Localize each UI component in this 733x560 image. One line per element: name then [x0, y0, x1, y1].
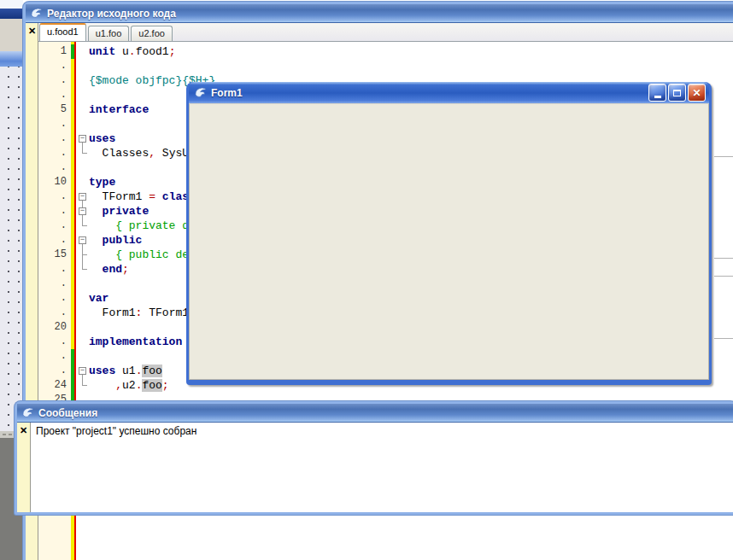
gutter-dot: .	[38, 262, 69, 277]
close-icon: ✕	[692, 88, 701, 98]
code-token: food1	[136, 45, 169, 58]
background-line	[714, 156, 733, 157]
code-token: Classes	[89, 147, 149, 160]
source-editor-title: Редактор исходного кода	[47, 8, 176, 20]
gutter-dot: .	[38, 204, 69, 219]
gutter-dot: .	[38, 277, 69, 291]
gutter-dot: .	[38, 364, 69, 378]
gutter-dot: .	[38, 335, 69, 349]
source-editor-titlebar[interactable]: Редактор исходного кода	[26, 4, 733, 23]
form1-titlebar[interactable]: Form1 ✕	[189, 82, 709, 103]
minimize-button[interactable]	[648, 84, 666, 102]
backdrop-panel-fragment	[0, 19, 23, 51]
gutter-line-number: 10	[38, 175, 69, 190]
fold-range-line	[82, 244, 83, 269]
lazarus-icon	[194, 86, 207, 99]
code-token: ;	[162, 379, 169, 392]
fold-range-end	[82, 269, 87, 270]
editor-close-button[interactable]: ✕	[26, 26, 38, 37]
code-line[interactable]: unit u.food1;	[76, 44, 733, 59]
fold-range-end	[82, 385, 87, 386]
code-token: ,	[115, 379, 122, 392]
messages-side-strip: ✕	[17, 423, 31, 512]
code-token: var	[89, 292, 108, 305]
messages-title: Сообщения	[38, 407, 97, 419]
close-button[interactable]: ✕	[688, 84, 706, 102]
code-token: foo	[142, 365, 161, 377]
gutter-line-number: 20	[38, 320, 69, 335]
code-token: TForm1	[89, 190, 149, 203]
fold-range-line	[82, 215, 83, 225]
fold-marker[interactable]: −	[79, 193, 86, 201]
code-token: u2	[122, 379, 136, 392]
background-line	[714, 338, 733, 339]
gutter-dot: .	[38, 233, 69, 248]
gutter-dot: .	[38, 59, 69, 73]
backdrop-titlebar-fragment	[0, 9, 23, 19]
messages-window: Сообщения ✕ Проект "project1" успешно со…	[15, 401, 733, 515]
gutter-dot: .	[38, 306, 69, 320]
messages-titlebar[interactable]: Сообщения	[17, 404, 733, 423]
code-token: type	[89, 176, 115, 189]
gutter-dot: .	[38, 73, 69, 88]
gutter-line-number: 1	[38, 44, 69, 59]
fold-marker[interactable]: −	[79, 135, 86, 143]
form1-client-area[interactable]	[189, 103, 709, 380]
code-token: private	[103, 205, 150, 218]
code-token: u1	[115, 365, 135, 377]
editor-tab-u1.foo[interactable]: u1.foo	[88, 26, 130, 41]
fold-range-end	[82, 225, 87, 226]
fold-marker[interactable]: −	[79, 367, 86, 375]
gutter-dot: .	[38, 291, 69, 306]
form1-caption-buttons: ✕	[648, 84, 706, 102]
gutter-line-number: 5	[38, 102, 69, 117]
gutter-line-number: 15	[38, 248, 69, 262]
gutter-dot: .	[38, 146, 69, 160]
code-token: ;	[122, 263, 129, 276]
code-token: TForm1	[142, 306, 189, 319]
code-token: ;	[169, 45, 176, 58]
gutter-dot: .	[38, 190, 69, 204]
code-token: uses	[89, 132, 115, 145]
code-token: u	[115, 45, 129, 58]
form1-window[interactable]: Form1 ✕	[186, 82, 712, 385]
code-token	[89, 234, 103, 247]
gutter-dot: .	[38, 88, 69, 102]
minimize-icon	[654, 96, 661, 98]
fold-range-end	[82, 254, 87, 255]
code-token: foo	[142, 379, 161, 392]
gutter-dot: .	[38, 160, 69, 175]
code-token: .	[129, 45, 136, 58]
fold-marker[interactable]: −	[79, 236, 86, 244]
fold-marker[interactable]: −	[79, 207, 86, 215]
fold-range-line	[82, 143, 83, 153]
form-designer-grid-fragment[interactable]	[0, 67, 23, 431]
background-line	[714, 276, 733, 277]
code-token	[89, 263, 103, 276]
lazarus-icon	[30, 7, 43, 20]
code-token: interface	[89, 103, 149, 116]
code-token	[89, 205, 103, 218]
code-line[interactable]	[76, 59, 733, 73]
code-token: uses	[89, 365, 115, 377]
code-token: end	[103, 263, 122, 276]
gutter-dot: .	[38, 131, 69, 146]
form1-title: Form1	[211, 87, 243, 99]
fold-range-line	[82, 375, 83, 385]
lazarus-icon	[21, 406, 34, 419]
gutter-dot: .	[38, 219, 69, 233]
code-token: implementation	[89, 335, 182, 348]
backdrop-top	[0, 0, 23, 9]
gutter-dot: .	[38, 349, 69, 364]
fold-range-end	[82, 153, 87, 154]
message-item[interactable]: Проект "project1" успешно собран	[36, 425, 729, 438]
code-token: unit	[89, 45, 115, 58]
messages-close-button[interactable]: ✕	[18, 425, 29, 436]
backdrop-caption-fragment	[0, 51, 23, 67]
code-token: ,	[149, 147, 155, 160]
editor-tab-u.food1[interactable]: u.food1	[39, 23, 86, 41]
editor-tab-u2.foo[interactable]: u2.foo	[131, 26, 173, 41]
code-token	[89, 379, 115, 392]
code-token: =	[149, 190, 162, 203]
maximize-button[interactable]	[668, 84, 686, 102]
